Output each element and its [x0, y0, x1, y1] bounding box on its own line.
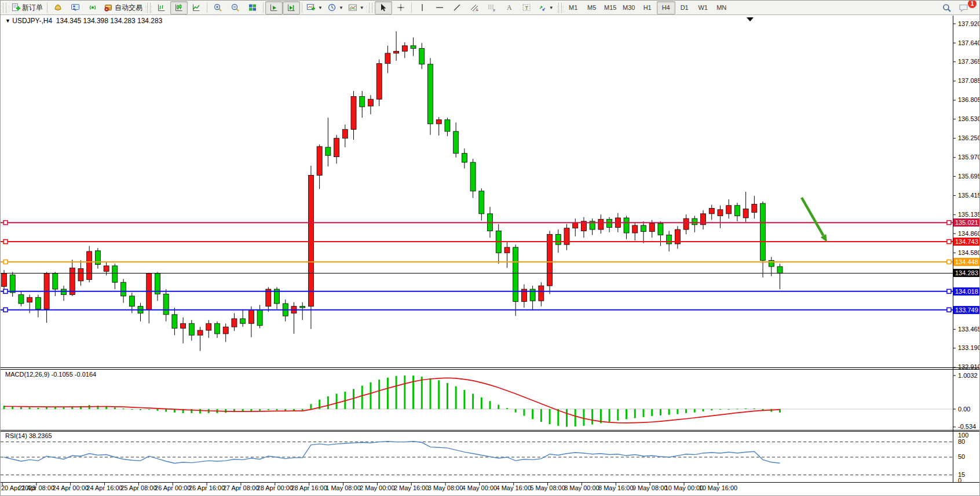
candle-body[interactable] [419, 49, 425, 64]
toolbar-grip[interactable] [369, 3, 372, 13]
candle-body[interactable] [539, 286, 544, 301]
candle-body[interactable] [300, 307, 305, 308]
candle-body[interactable] [385, 53, 390, 64]
candle-body[interactable] [104, 266, 109, 271]
candle-body[interactable] [658, 223, 663, 235]
line-handle[interactable] [3, 308, 8, 312]
candle-body[interactable] [53, 273, 58, 289]
tile-windows-button[interactable] [244, 1, 261, 14]
line-handle[interactable] [3, 221, 8, 225]
fibonacci-tool-button[interactable]: F [483, 1, 500, 14]
candle-body[interactable] [376, 64, 382, 100]
period-button[interactable]: ▼ [325, 1, 346, 14]
signal-button[interactable] [84, 1, 101, 14]
line-chart-type-button[interactable] [188, 1, 205, 14]
line-handle[interactable] [947, 221, 951, 225]
timeframe-w1-button[interactable]: W1 [694, 1, 712, 14]
candle-body[interactable] [112, 266, 118, 282]
candle-body[interactable] [445, 120, 450, 132]
candle-body[interactable] [189, 323, 194, 335]
timeframe-h1-button[interactable]: H1 [638, 1, 657, 14]
candle-body[interactable] [683, 218, 689, 229]
candle-body[interactable] [632, 225, 638, 233]
candle-body[interactable] [206, 323, 211, 330]
candle-body[interactable] [454, 132, 459, 154]
candle-body[interactable] [87, 251, 92, 280]
candle-body[interactable] [215, 323, 220, 334]
chart-shift-button[interactable] [283, 1, 300, 14]
candle-body[interactable] [470, 162, 476, 191]
zoom-out-button[interactable] [226, 1, 244, 14]
line-handle[interactable] [3, 289, 8, 293]
timeframe-m5-button[interactable]: M5 [583, 1, 601, 14]
candle-body[interactable] [734, 206, 740, 216]
arrows-tool-button[interactable]: ▼ [535, 1, 556, 14]
timeframe-mn-button[interactable]: MN [712, 1, 731, 14]
candle-body[interactable] [351, 96, 356, 129]
candle-body[interactable] [232, 319, 237, 327]
toolbar-grip[interactable] [3, 3, 6, 13]
new-order-button[interactable]: 新订单 [9, 1, 45, 14]
autotrading-button[interactable]: 自动交易 [101, 1, 145, 14]
timeframe-m30-button[interactable]: M30 [620, 1, 638, 14]
candle-body[interactable] [598, 219, 604, 229]
candle-body[interactable] [743, 209, 748, 218]
candle-body[interactable] [308, 176, 313, 307]
timeframe-d1-button[interactable]: D1 [675, 1, 694, 14]
candle-body[interactable] [411, 46, 416, 49]
arrow-annotation[interactable] [802, 198, 824, 236]
candle-body[interactable] [428, 64, 433, 124]
candle-body[interactable] [27, 297, 32, 302]
search-button[interactable] [938, 1, 955, 14]
candle-body[interactable] [777, 267, 782, 273]
community-button[interactable] [67, 1, 84, 14]
candle-body[interactable] [462, 154, 467, 162]
candle-body[interactable] [760, 203, 766, 260]
line-handle[interactable] [3, 260, 8, 264]
gold-seal-button[interactable] [49, 1, 67, 14]
candle-body[interactable] [752, 204, 757, 212]
candle-body[interactable] [240, 319, 246, 323]
candle-body[interactable] [402, 46, 407, 51]
candle-body[interactable] [718, 210, 723, 216]
zoom-in-button[interactable] [209, 1, 226, 14]
candle-body[interactable] [342, 129, 348, 138]
candle-body[interactable] [129, 296, 134, 307]
candle-body[interactable] [479, 191, 484, 214]
candle-body[interactable] [326, 147, 331, 155]
candle-body[interactable] [573, 223, 578, 228]
timeframe-m1-button[interactable]: M1 [564, 1, 583, 14]
candle-body[interactable] [624, 218, 629, 233]
chat-button[interactable]: 1 [955, 1, 972, 14]
timeframe-h4-button[interactable]: H4 [657, 1, 675, 14]
chart-canvas[interactable] [1, 1, 980, 496]
text-tool-button[interactable]: A [500, 1, 518, 14]
line-handle[interactable] [947, 260, 951, 264]
candle-body[interactable] [334, 138, 339, 157]
candle-body[interactable] [223, 327, 228, 334]
candle-body[interactable] [198, 330, 203, 335]
candle-body[interactable] [121, 282, 126, 296]
candle-body[interactable] [19, 295, 24, 304]
candle-body[interactable] [513, 247, 518, 302]
timeframe-m15-button[interactable]: M15 [601, 1, 620, 14]
template-button[interactable]: ▼ [346, 1, 367, 14]
candle-body[interactable] [248, 310, 254, 324]
candle-body[interactable] [667, 235, 672, 244]
auto-scroll-button[interactable] [265, 1, 283, 14]
candle-body[interactable] [10, 275, 15, 293]
candle-body[interactable] [504, 247, 510, 253]
horizontal-line-tool-button[interactable] [431, 1, 448, 14]
trendline-tool-button[interactable] [448, 1, 466, 14]
candle-body[interactable] [172, 315, 177, 329]
candle-body[interactable] [555, 234, 561, 245]
candle-body[interactable] [70, 268, 75, 294]
candle-body[interactable] [181, 323, 186, 328]
vertical-line-tool-button[interactable] [414, 1, 431, 14]
chart-shift-marker[interactable] [747, 17, 754, 21]
candle-body[interactable] [257, 310, 262, 326]
channel-tool-button[interactable]: E [466, 1, 483, 14]
candle-body[interactable] [769, 260, 774, 267]
candle-body[interactable] [726, 206, 732, 214]
line-handle[interactable] [947, 289, 951, 293]
